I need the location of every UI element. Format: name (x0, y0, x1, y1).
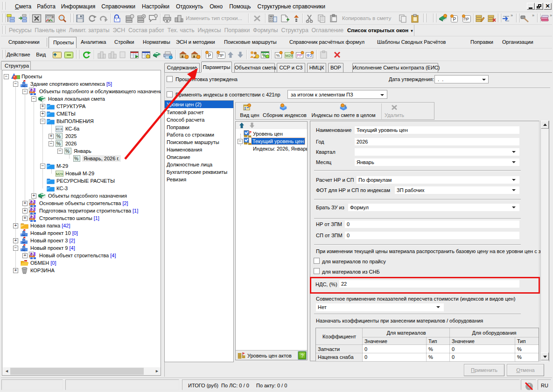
svg-text:ПР: ПР (464, 17, 469, 21)
svg-text:%: % (56, 141, 61, 146)
svg-text:%: % (74, 156, 78, 161)
svg-text:P: P (208, 53, 211, 58)
svg-text:ПР: ПР (218, 53, 224, 58)
svg-text:P: P (453, 17, 456, 22)
svg-text:Σ: Σ (344, 104, 347, 108)
svg-text:*: * (116, 18, 117, 22)
svg-text:PDF: PDF (47, 16, 52, 19)
svg-text:М29: М29 (56, 172, 63, 176)
svg-text:%: % (56, 134, 61, 139)
svg-text:%: % (276, 53, 280, 58)
svg-text:КС-6: КС-6 (56, 127, 63, 131)
svg-text:%: % (65, 149, 70, 154)
